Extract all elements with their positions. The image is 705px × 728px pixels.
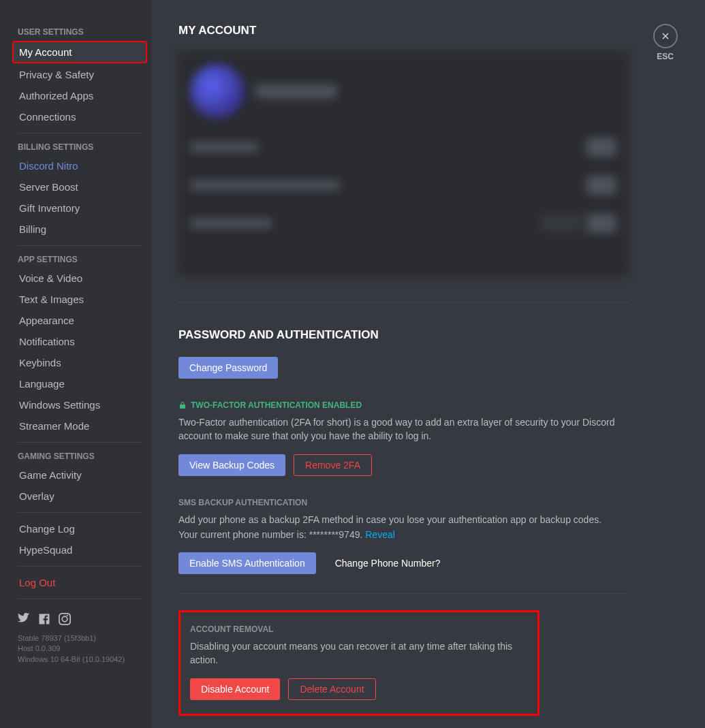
sidebar-item-voice[interactable]: Voice & Video (14, 268, 146, 288)
sidebar-item-streamer[interactable]: Streamer Mode (14, 416, 146, 436)
change-password-button[interactable]: Change Password (178, 357, 278, 379)
section-header-billing: BILLING SETTINGS (14, 139, 146, 155)
separator (18, 599, 142, 599)
sidebar-item-nitro[interactable]: Discord Nitro (14, 156, 146, 176)
instagram-icon[interactable] (59, 613, 71, 625)
sidebar-item-language[interactable]: Language (14, 374, 146, 394)
tfa-enabled-title: TWO-FACTOR AUTHENTICATION ENABLED (178, 400, 678, 410)
sidebar-item-hypesquad[interactable]: HypeSquad (14, 540, 146, 560)
tfa-description: Two-Factor authentication (2FA for short… (178, 415, 628, 443)
sidebar-item-changelog[interactable]: Change Log (14, 519, 146, 539)
enable-sms-button[interactable]: Enable SMS Authentication (178, 552, 316, 574)
page-title: MY ACCOUNT (178, 24, 678, 37)
separator (18, 133, 142, 133)
close-label: ESC (657, 52, 674, 61)
sidebar-item-keybinds[interactable]: Keybinds (14, 353, 146, 373)
reveal-link[interactable]: Reveal (365, 529, 395, 540)
sidebar-item-notifications[interactable]: Notifications (14, 332, 146, 351)
separator (18, 512, 142, 513)
sidebar-item-connections[interactable]: Connections (14, 107, 146, 127)
lock-icon (178, 400, 187, 410)
delete-account-button[interactable]: Delete Account (288, 678, 375, 700)
sidebar-item-text-images[interactable]: Text & Images (14, 289, 146, 309)
sidebar-item-game-activity[interactable]: Game Activity (14, 465, 146, 485)
sidebar-item-privacy[interactable]: Privacy & Safety (14, 65, 146, 84)
divider (178, 302, 628, 302)
account-removal-box: ACCOUNT REMOVAL Disabling your account m… (178, 610, 539, 716)
profile-card (178, 52, 628, 276)
close-button[interactable] (653, 24, 678, 48)
sidebar-item-server-boost[interactable]: Server Boost (14, 177, 146, 197)
sidebar-item-appearance[interactable]: Appearance (14, 311, 146, 330)
sidebar-item-my-account[interactable]: My Account (12, 41, 147, 63)
separator (18, 245, 142, 246)
avatar (190, 64, 245, 118)
sidebar-item-billing[interactable]: Billing (14, 219, 146, 239)
view-backup-codes-button[interactable]: View Backup Codes (178, 454, 285, 476)
remove-2fa-button[interactable]: Remove 2FA (294, 454, 372, 476)
sms-current-number: Your current phone number is: ********97… (178, 528, 628, 541)
sidebar-item-gift-inventory[interactable]: Gift Inventory (14, 198, 146, 218)
removal-title: ACCOUNT REMOVAL (190, 624, 528, 634)
divider (178, 593, 628, 594)
separator (18, 442, 142, 443)
twitter-icon[interactable] (18, 613, 30, 625)
separator (18, 566, 142, 567)
sms-description: Add your phone as a backup 2FA method in… (178, 513, 628, 526)
settings-content: ESC MY ACCOUNT PASSWORD AND AUTHENTICATI… (151, 0, 705, 728)
change-phone-button[interactable]: Change Phone Number? (324, 552, 452, 574)
disable-account-button[interactable]: Disable Account (190, 678, 280, 700)
removal-description: Disabling your account means you can rec… (190, 639, 528, 667)
section-header-user: USER SETTINGS (14, 24, 146, 40)
sms-section-title: SMS BACKUP AUTHENTICATION (178, 498, 678, 507)
facebook-icon[interactable] (38, 613, 50, 625)
section-header-gaming: GAMING SETTINGS (14, 448, 146, 464)
sidebar-item-logout[interactable]: Log Out (14, 573, 146, 592)
sidebar-item-authorized-apps[interactable]: Authorized Apps (14, 86, 146, 106)
sidebar-item-windows[interactable]: Windows Settings (14, 395, 146, 415)
sidebar-item-overlay[interactable]: Overlay (14, 486, 146, 506)
social-icons (14, 609, 146, 629)
settings-sidebar: USER SETTINGS My Account Privacy & Safet… (0, 0, 151, 728)
section-header-app: APP SETTINGS (14, 251, 146, 268)
password-section-title: PASSWORD AND AUTHENTICATION (178, 328, 678, 342)
build-info: Stable 78937 (15f3bb1) Host 0.0.309 Wind… (14, 629, 146, 669)
